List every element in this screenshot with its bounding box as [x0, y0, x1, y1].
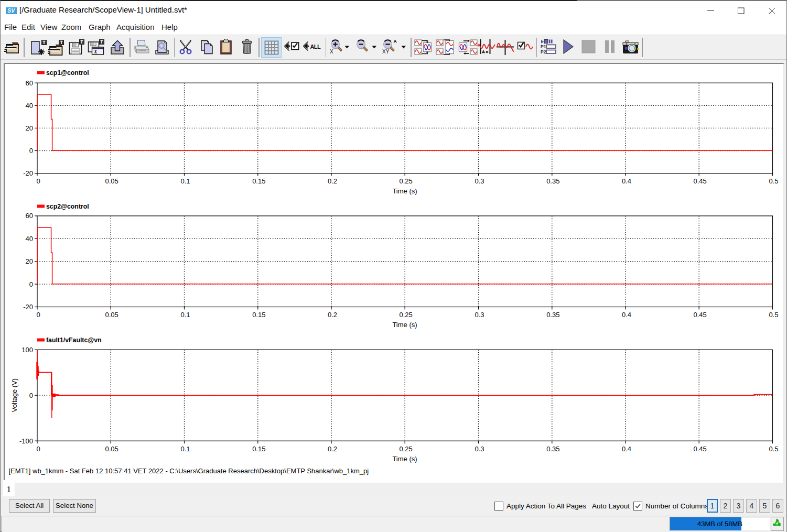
svg-text:0: 0 — [29, 280, 33, 288]
svg-text:40: 40 — [26, 235, 33, 243]
svg-text:0.4: 0.4 — [622, 445, 631, 453]
svg-text:0.2: 0.2 — [328, 311, 337, 319]
svg-text:fault1/vFaultc@vn: fault1/vFaultc@vn — [46, 336, 102, 344]
svg-text:0.05: 0.05 — [105, 445, 118, 453]
svg-text:0.3: 0.3 — [475, 311, 484, 319]
svg-text:0.05: 0.05 — [105, 311, 118, 319]
svg-text:0.15: 0.15 — [252, 177, 265, 185]
svg-text:0: 0 — [36, 177, 40, 185]
svg-text:0.3: 0.3 — [475, 445, 484, 453]
svg-text:40: 40 — [26, 102, 33, 110]
svg-text:0.25: 0.25 — [400, 311, 413, 319]
svg-text:0.5: 0.5 — [769, 177, 778, 185]
svg-text:0.45: 0.45 — [694, 445, 707, 453]
svg-text:100: 100 — [21, 346, 33, 354]
svg-text:-100: -100 — [19, 437, 33, 445]
svg-text:0.25: 0.25 — [400, 445, 413, 453]
svg-text:0.25: 0.25 — [400, 177, 413, 185]
svg-text:-20: -20 — [23, 303, 33, 311]
svg-text:0.05: 0.05 — [105, 177, 118, 185]
svg-text:0.35: 0.35 — [546, 445, 559, 453]
svg-text:0.35: 0.35 — [546, 177, 559, 185]
svg-text:60: 60 — [26, 212, 33, 220]
svg-text:[EMT1] wb_1kmm - Sat Feb 12 10: [EMT1] wb_1kmm - Sat Feb 12 10:57:41 VET… — [9, 467, 369, 475]
svg-text:0.3: 0.3 — [475, 177, 484, 185]
svg-text:60: 60 — [26, 79, 33, 87]
svg-text:0.2: 0.2 — [328, 177, 337, 185]
svg-text:Voltage (V): Voltage (V) — [10, 378, 18, 412]
svg-text:0.15: 0.15 — [252, 311, 265, 319]
svg-text:Time (s): Time (s) — [392, 187, 417, 195]
svg-text:0: 0 — [36, 445, 40, 453]
svg-text:Time (s): Time (s) — [392, 321, 417, 329]
svg-text:0.1: 0.1 — [180, 445, 190, 453]
svg-text:0.5: 0.5 — [769, 445, 778, 453]
svg-text:20: 20 — [26, 124, 33, 132]
svg-text:0.15: 0.15 — [252, 445, 265, 453]
svg-text:scp2@control: scp2@control — [46, 203, 89, 210]
svg-text:0.45: 0.45 — [694, 311, 707, 319]
svg-text:0.35: 0.35 — [546, 311, 559, 319]
svg-text:20: 20 — [26, 257, 33, 265]
svg-text:0.5: 0.5 — [769, 311, 778, 319]
svg-text:0: 0 — [29, 147, 33, 155]
svg-text:scp1@control: scp1@control — [46, 69, 89, 77]
svg-text:0: 0 — [36, 311, 40, 319]
svg-text:0.1: 0.1 — [180, 177, 190, 185]
svg-text:Time (s): Time (s) — [392, 455, 417, 463]
svg-text:0.1: 0.1 — [180, 311, 190, 319]
svg-text:0.4: 0.4 — [622, 177, 631, 185]
svg-text:0.4: 0.4 — [622, 311, 631, 319]
svg-text:0.45: 0.45 — [694, 177, 707, 185]
svg-text:-20: -20 — [23, 169, 33, 177]
svg-text:0: 0 — [29, 392, 33, 399]
svg-text:0.2: 0.2 — [328, 445, 337, 453]
